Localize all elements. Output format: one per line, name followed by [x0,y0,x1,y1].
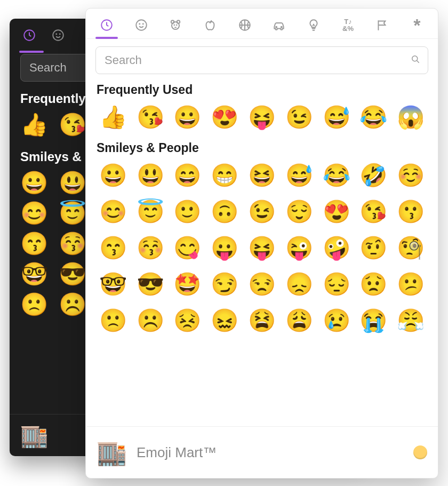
emoji-cell[interactable]: 😫 [244,304,279,338]
svg-point-1 [53,30,63,41]
svg-point-6 [139,23,140,24]
tab-travel[interactable] [271,17,287,33]
emoji-cell[interactable]: 👍 [20,111,48,138]
emoji-cell[interactable]: 😍 [207,100,242,134]
emoji-picker-light: T♪&% * Frequently Used👍😘😀😍😝� [85,8,438,479]
emoji-cell[interactable]: 😛 [207,231,242,265]
emoji-cell[interactable]: 😖 [207,304,242,338]
emoji-cell[interactable]: 😇 [59,200,86,226]
emoji-cell[interactable]: 😱 [393,100,428,134]
clock-icon [100,18,114,32]
emoji-cell[interactable]: 😤 [393,304,428,338]
animal-icon [169,18,182,32]
tab-smileys-dark[interactable] [51,28,65,44]
emoji-cell[interactable]: 🤓 [95,267,131,301]
preview-emoji-dark: 🏬 [20,423,48,449]
emoji-cell[interactable]: ☹️ [133,304,168,338]
emoji-cell[interactable]: 😉 [282,100,317,134]
svg-point-14 [276,27,277,28]
car-icon [272,18,286,32]
emoji-cell[interactable]: 🙃 [207,195,242,229]
emoji-cell[interactable]: 🙁 [95,304,131,338]
svg-point-5 [136,20,147,30]
emoji-cell[interactable]: 🙂 [170,195,205,229]
emoji-cell[interactable]: 😆 [244,158,279,193]
emoji-cell[interactable]: 😚 [133,231,168,265]
emoji-cell[interactable]: 😊 [95,195,131,229]
emoji-cell[interactable]: 😢 [319,304,354,338]
emoji-cell[interactable]: 😀 [95,158,131,193]
emoji-cell[interactable]: 🤓 [20,261,48,287]
emoji-cell[interactable]: 😋 [170,231,205,265]
category-tabs: T♪&% * [86,9,438,38]
emoji-cell[interactable]: 😕 [393,267,428,301]
emoji-cell[interactable]: 😄 [170,158,205,193]
emoji-cell[interactable]: 😩 [282,304,317,338]
tab-objects[interactable] [306,17,322,33]
emoji-cell[interactable]: 😔 [319,267,354,301]
active-tab-underline-dark [19,51,44,53]
emoji-cell[interactable]: 😂 [356,100,391,134]
tab-animals[interactable] [167,17,183,33]
search-input[interactable] [95,46,428,74]
emoji-cell[interactable]: 😏 [207,267,242,301]
emoji-cell[interactable]: 🤩 [170,267,205,301]
emoji-cell[interactable]: 🙁 [20,291,48,317]
tab-custom[interactable]: * [409,17,425,33]
emoji-cell[interactable]: 🤪 [319,231,354,265]
emoji-cell[interactable]: 😌 [282,195,317,229]
tab-smileys[interactable] [133,17,149,33]
emoji-cell[interactable]: 🤨 [356,231,391,265]
emoji-cell[interactable]: 😭 [356,304,391,338]
emoji-cell[interactable]: 😊 [20,200,48,226]
asterisk-icon: * [413,23,420,27]
emoji-cell[interactable]: 😘 [59,111,86,138]
emoji-scroll-area[interactable]: Frequently Used👍😘😀😍😝😉😅😂😱Smileys & People… [86,76,438,426]
emoji-cell[interactable]: 😙 [20,230,48,257]
emoji-cell[interactable]: 😍 [319,195,354,229]
tab-symbols[interactable]: T♪&% [340,17,356,33]
svg-point-10 [177,20,180,23]
tab-recent[interactable] [99,17,115,33]
emoji-cell[interactable]: 😃 [133,158,168,193]
emoji-cell[interactable]: 🧐 [393,231,428,265]
svg-point-3 [60,34,60,34]
emoji-cell[interactable]: 😘 [133,100,168,134]
tab-flags[interactable] [374,17,390,33]
active-tab-underline [95,37,118,39]
emoji-cell[interactable]: 😣 [170,304,205,338]
emoji-cell[interactable]: ☹️ [59,291,86,317]
tab-food[interactable] [202,17,218,33]
emoji-cell[interactable]: 😎 [133,267,168,301]
emoji-cell[interactable]: 😗 [393,195,428,229]
emoji-cell[interactable]: 😜 [282,231,317,265]
emoji-cell[interactable]: 😇 [133,195,168,229]
emoji-cell[interactable]: 😝 [244,231,279,265]
skin-tone-selector[interactable] [413,445,427,459]
tab-recent-dark[interactable] [22,28,36,44]
emoji-cell[interactable]: ☺️ [393,158,428,193]
emoji-cell[interactable]: 😒 [244,267,279,301]
emoji-cell[interactable]: 😘 [356,195,391,229]
emoji-cell[interactable]: 😟 [356,267,391,301]
emoji-cell[interactable]: 😂 [319,158,354,193]
emoji-cell[interactable]: 😀 [170,100,205,134]
emoji-cell[interactable]: 😚 [59,230,86,257]
emoji-cell[interactable]: 😙 [95,231,131,265]
search-icon [410,54,421,67]
emoji-cell[interactable]: 😞 [282,267,317,301]
emoji-cell[interactable]: 😉 [244,195,279,229]
section-heading: Frequently Used [97,83,428,97]
emoji-cell[interactable]: 😎 [59,261,86,287]
emoji-cell[interactable]: 🤣 [356,158,391,193]
svg-point-9 [171,20,174,23]
svg-point-15 [281,27,282,28]
emoji-cell[interactable]: 😅 [319,100,354,134]
emoji-cell[interactable]: 👍 [95,100,131,134]
emoji-cell[interactable]: 😁 [207,158,242,193]
tab-activity[interactable] [237,17,253,33]
emoji-cell[interactable]: 😅 [282,158,317,193]
emoji-cell[interactable]: 😀 [20,170,48,196]
emoji-cell[interactable]: 😝 [244,100,279,134]
emoji-cell[interactable]: 😃 [59,170,86,196]
